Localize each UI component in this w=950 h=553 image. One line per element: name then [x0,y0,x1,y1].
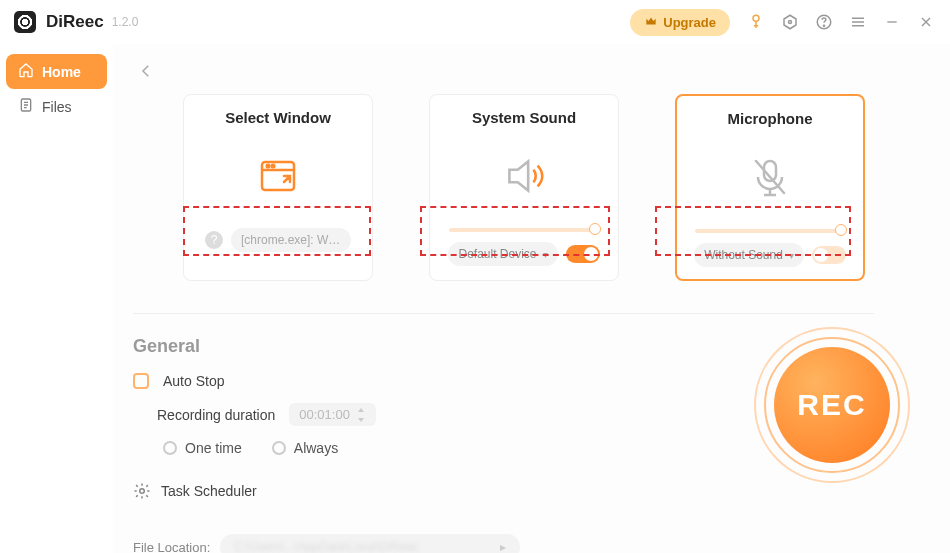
duration-value: 00:01:00 [299,407,350,422]
settings-hex-icon[interactable] [780,12,800,32]
sidebar-item-files[interactable]: Files [6,89,107,124]
svg-point-8 [272,165,275,168]
window-icon [254,144,302,208]
sidebar-item-home[interactable]: Home [6,54,107,89]
task-scheduler-link[interactable]: Task Scheduler [133,482,924,500]
sidebar-item-label: Home [42,64,81,80]
file-location-field[interactable]: C:\Users\...\AppData\Local\DiReec ▸ [220,534,520,553]
upgrade-label: Upgrade [663,15,716,30]
app-name: DiReec [46,12,104,32]
sidebar: Home Files [0,44,113,553]
upgrade-button[interactable]: Upgrade [630,9,730,36]
record-button[interactable]: REC [754,327,910,483]
card-title: Select Window [225,109,331,126]
key-icon[interactable] [746,12,766,32]
crown-icon [644,14,658,31]
speaker-icon [499,144,549,208]
radio-one-time[interactable]: One time [163,440,242,456]
close-button[interactable] [916,12,936,32]
app-logo [14,11,36,33]
svg-point-4 [823,25,824,26]
svg-point-2 [789,21,792,24]
annotation-box [183,206,371,256]
gear-icon [133,482,151,500]
annotation-box [420,206,610,256]
svg-point-10 [140,489,145,494]
card-title: System Sound [472,109,576,126]
task-scheduler-label: Task Scheduler [161,483,257,499]
menu-icon[interactable] [848,12,868,32]
card-title: Microphone [728,110,813,127]
radio-label: Always [294,440,338,456]
help-icon[interactable] [814,12,834,32]
file-location-value: C:\Users\...\AppData\Local\DiReec [234,540,419,553]
svg-point-7 [267,165,270,168]
app-version: 1.2.0 [112,15,139,29]
auto-stop-checkbox[interactable] [133,373,149,389]
sidebar-item-label: Files [42,99,72,115]
recording-duration-input[interactable]: 00:01:00 [289,403,376,426]
file-location-label: File Location: [133,540,210,554]
annotation-box [655,206,851,256]
minimize-button[interactable] [882,12,902,32]
auto-stop-label: Auto Stop [163,373,225,389]
radio-always[interactable]: Always [272,440,338,456]
radio-label: One time [185,440,242,456]
svg-point-0 [753,15,759,21]
files-icon [18,97,34,116]
back-button[interactable] [133,58,159,84]
home-icon [18,62,34,81]
recording-duration-label: Recording duration [157,407,275,423]
record-label: REC [797,388,866,422]
folder-open-icon[interactable]: ▸ [500,540,506,553]
svg-marker-1 [784,15,796,29]
microphone-muted-icon [746,145,794,209]
